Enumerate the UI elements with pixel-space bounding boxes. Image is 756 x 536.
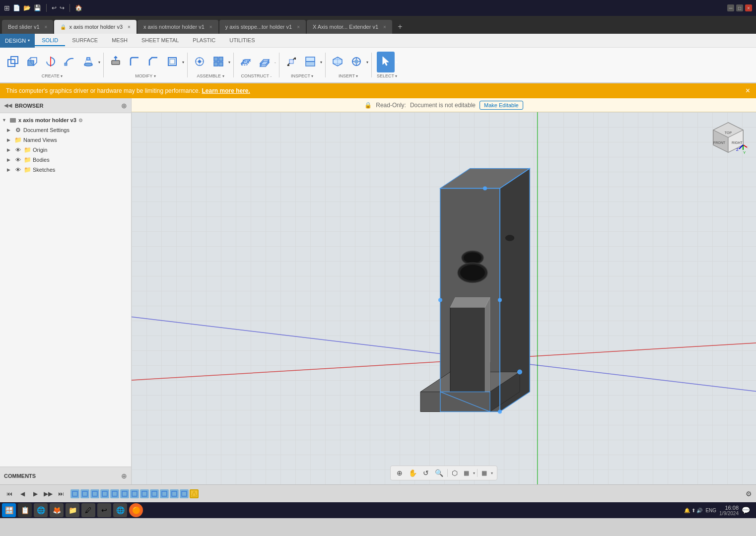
timeline-item[interactable] bbox=[100, 489, 109, 498]
task-icon-2[interactable]: 🌐 bbox=[34, 503, 48, 517]
select-tool-btn[interactable] bbox=[377, 52, 395, 72]
tree-bodies[interactable]: ▶ 👁 📁 Bodies bbox=[0, 155, 131, 165]
timeline-item[interactable] bbox=[90, 489, 99, 498]
tree-doc-settings[interactable]: ▶ ⚙ Document Settings bbox=[0, 125, 131, 135]
timeline-item[interactable] bbox=[170, 489, 179, 498]
timeline-item[interactable] bbox=[80, 489, 89, 498]
tree-arrow[interactable]: ▶ bbox=[7, 147, 14, 152]
construct-group-arrow[interactable]: - bbox=[275, 60, 276, 65]
open-icon[interactable]: 📂 bbox=[23, 4, 31, 11]
app-menu-icon[interactable]: ⊞ bbox=[4, 4, 10, 12]
task-icon-3[interactable]: 🖊 bbox=[81, 503, 95, 517]
tree-origin[interactable]: ▶ 👁 📁 Origin bbox=[0, 145, 131, 155]
zoom-button[interactable]: 🔍 bbox=[433, 468, 445, 478]
timeline-settings-icon[interactable]: ⚙ bbox=[746, 490, 752, 498]
pan-button[interactable]: ✋ bbox=[407, 468, 419, 478]
shell-tool[interactable] bbox=[163, 52, 181, 72]
joint-tool[interactable] bbox=[191, 52, 208, 72]
tree-arrow[interactable]: ▶ bbox=[7, 157, 14, 162]
new-tab-button[interactable]: + bbox=[393, 20, 407, 34]
mode-tab-mesh[interactable]: MESH bbox=[105, 35, 135, 46]
timeline-next-button[interactable]: ▶▶ bbox=[43, 488, 54, 499]
section-analysis-tool[interactable] bbox=[301, 52, 319, 72]
insert-mesh-tool[interactable] bbox=[329, 52, 346, 72]
comments-add-icon[interactable]: ⊕ bbox=[121, 472, 127, 480]
press-pull-tool[interactable] bbox=[107, 52, 125, 72]
tree-arrow[interactable]: ▶ bbox=[7, 128, 14, 133]
tree-named-views[interactable]: ▶ 📁 Named Views bbox=[0, 135, 131, 145]
task-icon-files[interactable]: 📁 bbox=[66, 503, 79, 517]
tree-root-settings[interactable]: ⚙ bbox=[78, 118, 83, 123]
tree-arrow[interactable]: ▶ bbox=[7, 137, 14, 142]
timeline-item[interactable] bbox=[70, 489, 79, 498]
timeline-item[interactable] bbox=[140, 489, 149, 498]
warning-close-button[interactable]: × bbox=[746, 86, 750, 95]
new-component-tool[interactable] bbox=[4, 52, 22, 72]
timeline-prev-button[interactable]: ◀ bbox=[17, 488, 28, 499]
grid-arrow[interactable]: ▾ bbox=[473, 471, 475, 475]
task-icon-fusion[interactable]: 🟠 bbox=[129, 503, 143, 517]
timeline-item-active[interactable] bbox=[190, 489, 199, 498]
midplane-tool[interactable] bbox=[256, 52, 274, 72]
timeline-item[interactable] bbox=[120, 489, 129, 498]
render-mode-button[interactable]: ▦ bbox=[480, 469, 489, 477]
task-icon-1[interactable]: 📋 bbox=[18, 503, 32, 517]
orbit2-button[interactable]: ↺ bbox=[421, 468, 431, 478]
notification-icon[interactable]: 💬 bbox=[742, 506, 750, 514]
rigid-group-tool[interactable] bbox=[209, 52, 227, 72]
orbit-button[interactable]: ⊕ bbox=[395, 468, 405, 478]
timeline-item[interactable] bbox=[160, 489, 169, 498]
tree-root[interactable]: ▼ x axis motor holder v3 ⚙ bbox=[0, 115, 131, 125]
redo-icon[interactable]: ↪ bbox=[60, 4, 65, 11]
tab-close-icon[interactable]: × bbox=[383, 24, 386, 30]
make-editable-button[interactable]: Make Editable bbox=[480, 101, 523, 110]
loft-tool[interactable] bbox=[79, 52, 97, 72]
fillet-tool[interactable] bbox=[126, 52, 143, 72]
tab-close-icon[interactable]: × bbox=[297, 24, 300, 30]
timeline-play-button[interactable]: ▶ bbox=[30, 488, 41, 499]
task-icon-firefox[interactable]: 🦊 bbox=[50, 503, 64, 517]
tab-bed-slider[interactable]: Bed slider v1 × bbox=[2, 20, 53, 34]
render-arrow[interactable]: ▾ bbox=[491, 471, 493, 475]
insert-group-arrow[interactable]: ▾ bbox=[366, 60, 368, 65]
inspect-group-arrow[interactable]: ▾ bbox=[320, 60, 322, 65]
tab-y-axis[interactable]: y axis steppe...tor holder v1 × bbox=[219, 20, 306, 34]
maximize-button[interactable]: □ bbox=[736, 4, 743, 11]
timeline-item[interactable] bbox=[180, 489, 189, 498]
select-group-arrow[interactable]: ▾ bbox=[396, 60, 398, 65]
close-button[interactable]: × bbox=[745, 4, 752, 11]
tab-close-icon[interactable]: × bbox=[45, 24, 48, 30]
tree-arrow[interactable]: ▶ bbox=[7, 167, 14, 172]
save-icon[interactable]: 💾 bbox=[34, 4, 41, 11]
start-button[interactable]: 🪟 bbox=[2, 503, 16, 517]
task-icon-4[interactable]: ↩ bbox=[97, 503, 111, 517]
mode-tab-solid[interactable]: SOLID bbox=[35, 35, 65, 46]
mode-tab-utilities[interactable]: UTILITIES bbox=[222, 35, 262, 46]
timeline-item[interactable] bbox=[110, 489, 119, 498]
tree-root-arrow[interactable]: ▼ bbox=[2, 118, 9, 123]
browser-settings-icon[interactable]: ⊕ bbox=[121, 102, 127, 110]
create-group-arrow[interactable]: ▾ bbox=[98, 60, 100, 65]
home-icon[interactable]: 🏠 bbox=[75, 4, 82, 11]
tab-x-axis-notmotor[interactable]: x axis notmotor holder v1 × bbox=[137, 20, 218, 34]
mode-tab-sheet-metal[interactable]: SHEET METAL bbox=[135, 35, 186, 46]
chamfer-tool[interactable] bbox=[144, 52, 162, 72]
modify-group-arrow[interactable]: ▾ bbox=[182, 60, 184, 65]
revolve-tool[interactable] bbox=[42, 52, 60, 72]
design-menu-button[interactable]: DESIGN ▾ bbox=[0, 34, 35, 48]
warning-learn-more-link[interactable]: Learn more here. bbox=[202, 87, 250, 94]
timeline-first-button[interactable]: ⏮ bbox=[4, 488, 15, 499]
sweep-tool[interactable] bbox=[61, 52, 78, 72]
mode-tab-plastic[interactable]: PLASTIC bbox=[186, 35, 222, 46]
viewport[interactable]: TOP FRONT RIGHT X Y Z ⊕ ✋ ↺ 🔍 bbox=[132, 112, 756, 484]
measure-tool[interactable] bbox=[282, 52, 300, 72]
new-icon[interactable]: 📄 bbox=[13, 4, 20, 11]
timeline-item[interactable] bbox=[150, 489, 159, 498]
nav-cube[interactable]: TOP FRONT RIGHT X Y Z bbox=[708, 120, 748, 160]
extrude-tool[interactable] bbox=[23, 52, 41, 72]
offset-plane-tool[interactable] bbox=[237, 52, 255, 72]
timeline-item[interactable] bbox=[130, 489, 139, 498]
task-icon-chrome[interactable]: 🌐 bbox=[113, 503, 127, 517]
display-mode-button[interactable]: ⬡ bbox=[450, 468, 460, 478]
tab-close-icon[interactable]: × bbox=[209, 24, 212, 30]
